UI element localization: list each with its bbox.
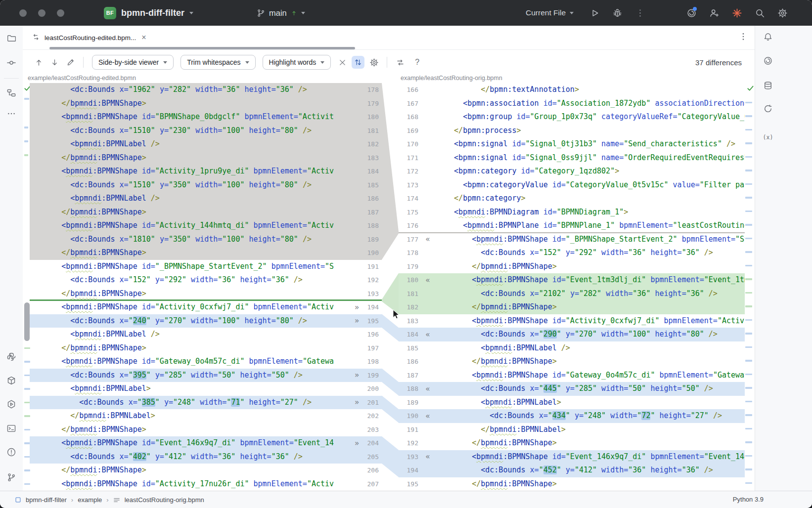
database-icon[interactable]: .f{fill:#6e7177;stroke:none} xyxy=(761,79,775,92)
apply-change-chevron[interactable]: « xyxy=(422,330,433,339)
code-line[interactable]: <dc:Bounds x="1962" y="282" width="36" h… xyxy=(30,83,342,97)
git-branch-icon[interactable]: .f{fill:#6e7177;stroke:none} xyxy=(4,470,18,484)
code-line[interactable]: <bpmndi:BPMNLabel /> xyxy=(437,341,745,355)
code-line[interactable]: <dc:Bounds x="434" y="248" width="72" he… xyxy=(437,409,745,423)
restart-icon[interactable]: .f{fill:#6e7177;stroke:none} xyxy=(761,102,775,116)
code-line[interactable]: <bpmndi:BPMNShape id="_BPMNShape_StartEv… xyxy=(437,233,745,247)
add-user-icon[interactable]: .f{fill:#b6b9be;stroke:none} xyxy=(708,7,720,19)
code-line[interactable]: <dc:Bounds x="240" y="270" width="100" h… xyxy=(30,314,342,328)
code-line[interactable]: </bpmn:textAnnotation> xyxy=(437,83,745,97)
code-line[interactable]: <bpmn:category id="Category_1qzd802"> xyxy=(437,165,745,178)
close-tab-icon[interactable]: × xyxy=(140,34,147,42)
code-line[interactable]: <bpmndi:BPMNLabel /> xyxy=(30,137,342,151)
breadcrumb-file[interactable]: leastCostRouting-orig.bpmn xyxy=(125,496,204,504)
variables-icon[interactable]: (x) xyxy=(761,130,775,144)
debug-icon[interactable]: .f{fill:#b6b9be;stroke:none} xyxy=(611,7,623,19)
code-line[interactable]: <dc:Bounds x="395" y="285" width="50" he… xyxy=(30,369,342,382)
swap-sides-button[interactable]: .f{fill:#6e7177;stroke:none} xyxy=(394,56,406,69)
code-line[interactable]: </bpmndi:BPMNShape> xyxy=(30,151,342,165)
code-line[interactable]: </bpmndi:BPMNShape> xyxy=(437,477,745,491)
code-line[interactable]: <bpmndi:BPMNShape id="Gateway_0o4m57c_di… xyxy=(30,355,342,369)
code-line[interactable]: <dc:Bounds x="1510" y="350" width="100" … xyxy=(30,178,342,192)
search-icon[interactable]: .f{fill:#b6b9be;stroke:none} xyxy=(754,7,766,19)
code-line[interactable]: <dc:Bounds x="152" y="292" width="36" he… xyxy=(437,246,745,260)
code-line[interactable]: <dc:Bounds x="445" y="285" width="50" he… xyxy=(437,382,745,396)
code-line[interactable]: </bpmndi:BPMNShape> xyxy=(437,300,745,314)
left-editor[interactable]: <dc:Bounds x="1962" y="282" width="36" h… xyxy=(30,83,342,491)
code-line[interactable]: <bpmndi:BPMNShape id="BPMNShape_0bdgclf"… xyxy=(30,110,342,124)
more-icon[interactable]: .f{fill:#6e7177;stroke:none} xyxy=(4,107,18,121)
python-icon[interactable]: .f{fill:#6e7177;stroke:none} xyxy=(4,350,18,364)
whitespace-mode-dropdown[interactable]: Trim whitespaces xyxy=(180,55,255,70)
code-line[interactable]: </bpmndi:BPMNShape> xyxy=(30,464,342,477)
ai-assistant-icon[interactable]: .f{fill:#6e7177;stroke:none} xyxy=(761,54,775,68)
apply-change-chevron[interactable]: « xyxy=(422,452,433,461)
code-line[interactable]: <dc:Bounds x="152" y="292" width="36" he… xyxy=(30,273,342,287)
vertical-scrollbar-thumb[interactable] xyxy=(24,302,30,341)
zoom-window-button[interactable] xyxy=(57,9,64,17)
code-line[interactable]: <bpmndi:BPMNLabel> xyxy=(437,396,745,410)
right-editor[interactable]: </bpmn:textAnnotation> <bpmn:association… xyxy=(437,83,745,491)
code-line[interactable]: <dc:Bounds x="1510" y="230" width="100" … xyxy=(30,124,342,138)
folder-icon[interactable]: .f{fill:#6e7177;stroke:none} xyxy=(4,31,18,45)
tab-options-kebab-icon[interactable]: .f{fill:#6e7177;stroke:none} xyxy=(739,32,750,41)
interpreter-widget[interactable]: Python 3.9 xyxy=(733,496,764,503)
commit-icon[interactable]: .f{fill:#6e7177;stroke:none} xyxy=(4,56,18,70)
code-line[interactable]: <bpmn:group id="Group_1p0x73q" categoryV… xyxy=(437,110,745,124)
close-window-button[interactable] xyxy=(19,9,27,17)
code-line[interactable]: <bpmn:categoryValue id="CategoryValue_0t… xyxy=(437,178,745,192)
tab-leastCostRouting-edited[interactable]: .f{fill:#6e7177;stroke:none} leastCostRo… xyxy=(28,26,151,49)
code-line[interactable]: <bpmndi:BPMNShape id="Event_146x9q7_di" … xyxy=(437,450,745,464)
code-line[interactable]: </bpmndi:BPMNShape> xyxy=(30,287,342,301)
code-line[interactable]: <bpmndi:BPMNShape id="Event_146x9q7_di" … xyxy=(30,436,342,450)
breadcrumb-project[interactable]: bpmn-diff-filter xyxy=(26,496,67,504)
code-line[interactable]: <bpmndi:BPMNShape id="Activity_1pru9ye_d… xyxy=(30,165,342,178)
code-line[interactable]: <bpmndi:BPMNShape id="Activity_17nu26r_d… xyxy=(30,477,342,491)
minimize-window-button[interactable] xyxy=(38,9,45,17)
code-line[interactable]: <bpmn:signal id="Signal_0ss9jjl" name="O… xyxy=(437,151,745,165)
ai-assistant-icon[interactable]: .f{fill:#b6b9be;stroke:none} xyxy=(685,7,697,19)
notifications-icon[interactable]: .f{fill:#6e7177;stroke:none} xyxy=(761,30,775,44)
breadcrumb-folder[interactable]: example xyxy=(78,496,102,504)
sync-scroll-button[interactable]: .f{fill:#3d66b0;stroke:none} xyxy=(352,56,364,69)
apply-change-chevron[interactable]: « xyxy=(422,384,433,393)
code-line[interactable]: <bpmndi:BPMNShape id="Activity_0cxfwj7_d… xyxy=(437,314,745,328)
project-widget[interactable]: BF bpmn-diff-filter xyxy=(104,7,193,19)
highlight-star-icon[interactable]: .f{fill:#e0654a;stroke:none} xyxy=(731,7,743,19)
code-line[interactable]: </bpmn:process> xyxy=(437,124,745,138)
python-packages-icon[interactable]: .f{fill:#6e7177;stroke:none} xyxy=(4,374,18,387)
code-line[interactable]: <dc:Bounds x="2102" y="282" width="36" h… xyxy=(437,287,745,301)
code-line[interactable]: </bpmndi:BPMNLabel> xyxy=(30,409,342,423)
horizontal-scrollbar[interactable] xyxy=(49,47,355,49)
apply-change-chevron[interactable]: » xyxy=(352,439,362,448)
apply-change-chevron[interactable]: » xyxy=(352,398,362,407)
code-line[interactable]: <bpmndi:BPMNLabel> xyxy=(30,382,342,396)
code-line[interactable]: <bpmndi:BPMNLabel /> xyxy=(30,192,342,206)
code-line[interactable]: <bpmndi:BPMNShape id="_BPMNShape_StartEv… xyxy=(30,260,342,274)
viewer-mode-dropdown[interactable]: Side-by-side viewer xyxy=(92,55,174,70)
code-line[interactable]: <bpmndi:BPMNShape id="Event_1tm3dlj_di" … xyxy=(437,273,745,287)
collapse-unchanged-button[interactable]: .f{fill:#6e7177;stroke:none} xyxy=(336,56,349,69)
apply-change-chevron[interactable]: « xyxy=(422,235,433,244)
apply-change-chevron[interactable]: » xyxy=(352,303,362,312)
code-line[interactable]: <dc:Bounds x="452" y="412" width="36" he… xyxy=(437,464,745,477)
more-vertical-icon[interactable]: .f{fill:#b6b9be;stroke:none} xyxy=(634,7,646,19)
code-line[interactable]: </bpmndi:BPMNShape> xyxy=(30,341,342,355)
apply-change-chevron[interactable]: » xyxy=(352,371,362,380)
code-line[interactable]: <dc:Bounds x="402" y="412" width="36" he… xyxy=(30,450,342,464)
problems-icon[interactable]: .f{fill:#6e7177;stroke:none} xyxy=(4,445,18,459)
code-line[interactable]: <bpmndi:BPMNLabel /> xyxy=(30,328,342,341)
code-line[interactable]: </bpmndi:BPMNShape> xyxy=(30,206,342,219)
services-icon[interactable]: .f{fill:#6e7177;stroke:none} xyxy=(4,397,18,411)
diff-settings-button[interactable]: .f{fill:#6e7177;stroke:none} xyxy=(367,56,380,69)
terminal-icon[interactable]: .f{fill:#6e7177;stroke:none} xyxy=(4,422,18,435)
apply-change-chevron[interactable]: « xyxy=(422,276,433,285)
code-line[interactable]: <dc:Bounds x="290" y="270" width="100" h… xyxy=(437,328,745,341)
code-line[interactable]: </bpmndi:BPMNLabel> xyxy=(437,423,745,437)
code-line[interactable]: <bpmn:association id="Association_1872yd… xyxy=(437,97,745,111)
code-line[interactable]: </bpmn:category> xyxy=(437,192,745,206)
run-icon[interactable]: .f{fill:#b6b9be;stroke:none} xyxy=(588,7,600,19)
apply-change-chevron[interactable]: « xyxy=(422,412,433,421)
edit-source-button[interactable]: .f{fill:#6e7177;stroke:none} xyxy=(64,56,77,69)
code-line[interactable]: <bpmndi:BPMNShape id="Activity_0cxfwj7_d… xyxy=(30,300,342,314)
